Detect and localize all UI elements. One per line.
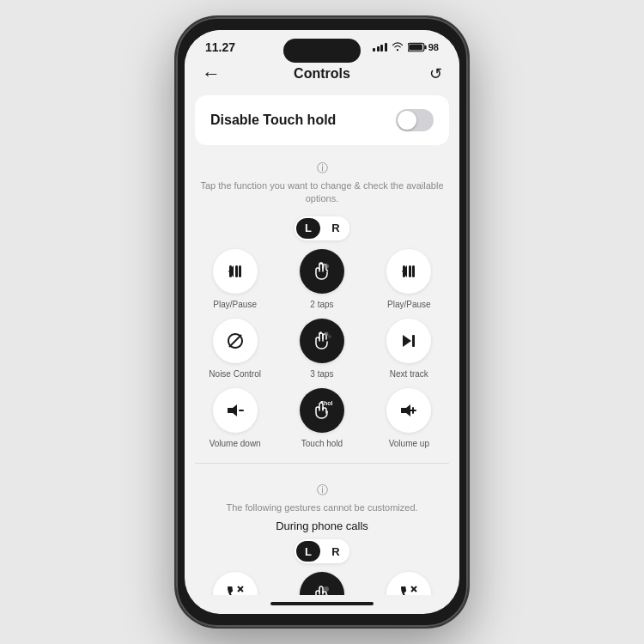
lr-right-button[interactable]: R <box>322 216 349 240</box>
control-next-track[interactable]: Next track <box>369 319 449 380</box>
wifi-icon <box>392 41 404 54</box>
control-label-3taps: 3 taps <box>310 368 333 380</box>
control-label-vol-down: Volume down <box>210 438 261 449</box>
control-2taps-calls[interactable]: 2 taps <box>282 572 361 595</box>
info-text-1: Tap the function you want to change & ch… <box>198 179 446 206</box>
refresh-button[interactable]: ↺ <box>429 64 442 83</box>
touch-hold-toggle[interactable] <box>396 109 434 131</box>
svg-rect-1 <box>424 46 426 50</box>
control-circle-play-pause-right <box>386 249 431 294</box>
control-circle-2taps <box>300 249 344 294</box>
control-circle-vol-up <box>386 388 431 433</box>
touch-hold-card: Disable Touch hold <box>195 95 449 145</box>
svg-rect-2 <box>409 44 422 50</box>
control-accept-end-right[interactable]: Accept/End <box>369 572 449 595</box>
control-label-touch-hold: Touch hold <box>301 438 343 449</box>
svg-point-7 <box>324 264 329 269</box>
content-area: Disable Touch hold ⓘ Tap the function yo… <box>185 88 459 595</box>
svg-marker-15 <box>403 335 411 347</box>
svg-point-14 <box>328 335 331 338</box>
control-2taps-center[interactable]: 2 taps <box>282 249 361 310</box>
svg-rect-6 <box>229 265 232 277</box>
svg-rect-3 <box>235 265 238 277</box>
svg-rect-11 <box>403 265 405 277</box>
lr-calls-left-button[interactable]: L <box>296 541 320 562</box>
svg-rect-16 <box>412 335 415 347</box>
lr-left-button[interactable]: L <box>296 218 320 239</box>
control-circle-3taps <box>300 319 344 363</box>
control-circle-next-track <box>386 319 431 363</box>
lr-selector[interactable]: L R <box>185 216 459 240</box>
svg-point-25 <box>324 586 329 592</box>
svg-marker-20 <box>401 404 410 416</box>
screen: 11.27 <box>185 30 459 614</box>
svg-line-12 <box>229 335 241 347</box>
phone-call-controls-grid: Accept/End 2 taps <box>185 572 459 595</box>
control-volume-up[interactable]: Volume up <box>369 388 449 449</box>
battery-icon: 98 <box>408 42 439 52</box>
control-circle-touch-hold: hold <box>300 388 344 433</box>
svg-rect-8 <box>409 265 411 277</box>
control-3taps-center[interactable]: 3 taps <box>282 319 361 380</box>
control-circle-play-pause-left <box>213 249 258 294</box>
back-button[interactable]: ← <box>202 63 221 85</box>
controls-grid: Play/Pause 2 taps <box>185 249 459 449</box>
lr-selector-calls[interactable]: L R <box>185 539 459 563</box>
control-volume-down[interactable]: Volume down <box>195 388 275 449</box>
touch-hold-label: Disable Touch hold <box>210 112 336 128</box>
phone-frame: 11.27 <box>176 17 468 627</box>
battery-percent: 98 <box>428 42 439 52</box>
section-divider <box>195 463 449 464</box>
info-section-2: ⓘ The following gestures cannot be custo… <box>185 474 459 519</box>
control-touch-hold-center[interactable]: hold Touch hold <box>282 388 361 449</box>
control-circle-2taps-calls <box>300 572 344 595</box>
control-label-play-pause-left: Play/Pause <box>213 299 257 310</box>
lr-pill[interactable]: L R <box>295 216 349 240</box>
status-time: 11.27 <box>205 40 235 54</box>
status-icons: 98 <box>373 41 439 54</box>
lr-calls-right-button[interactable]: R <box>322 539 349 563</box>
nav-bar: ← Controls ↺ <box>185 59 459 88</box>
info-icon-1: ⓘ <box>198 161 446 176</box>
control-circle-vol-down <box>213 388 258 433</box>
control-label-noise: Noise Control <box>209 368 261 380</box>
info-section-1: ⓘ Tap the function you want to change & … <box>185 152 459 211</box>
control-noise-control[interactable]: Noise Control <box>195 319 275 380</box>
home-indicator <box>270 602 374 605</box>
control-label-play-pause-right: Play/Pause <box>387 299 431 310</box>
toggle-knob <box>398 111 416 130</box>
control-accept-end-left[interactable]: Accept/End <box>195 572 275 595</box>
control-circle-noise <box>213 319 258 363</box>
control-play-pause-left[interactable]: Play/Pause <box>195 249 275 310</box>
svg-point-13 <box>324 331 328 336</box>
svg-text:hold: hold <box>324 400 332 406</box>
control-label-next-track: Next track <box>390 368 428 380</box>
control-label-vol-up: Volume up <box>389 438 429 449</box>
nav-title: Controls <box>294 66 350 82</box>
info-text-2: The following gestures cannot be customi… <box>198 501 446 514</box>
info-icon-2: ⓘ <box>198 483 446 498</box>
control-label-2taps: 2 taps <box>310 299 333 310</box>
control-circle-accept-right <box>386 572 431 595</box>
svg-marker-17 <box>228 404 237 416</box>
svg-rect-9 <box>412 265 415 277</box>
svg-rect-4 <box>239 265 241 277</box>
dynamic-island <box>283 39 361 63</box>
signal-icon <box>373 43 387 52</box>
control-play-pause-right[interactable]: Play/Pause <box>369 249 449 310</box>
control-circle-accept-left <box>213 572 258 595</box>
lr-pill-calls[interactable]: L R <box>295 539 349 563</box>
phone-calls-title: During phone calls <box>185 519 459 532</box>
